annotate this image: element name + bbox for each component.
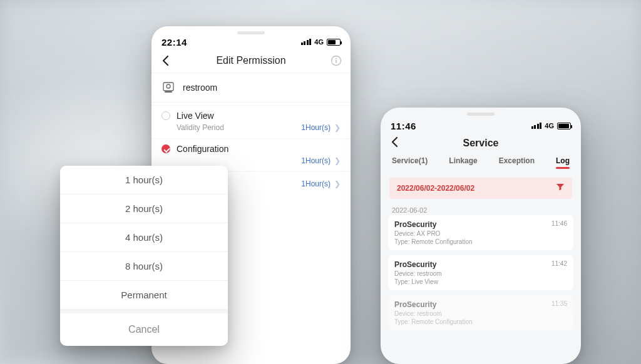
network-label: 4G — [314, 38, 324, 46]
svg-point-1 — [336, 58, 337, 59]
permission-title: Live View — [177, 111, 214, 121]
signal-icon — [301, 39, 312, 45]
validity-value-button[interactable]: 1Hour(s) ❯ — [301, 179, 341, 188]
device-row[interactable]: restroom — [151, 73, 351, 103]
page-title: Service — [463, 138, 499, 149]
log-type: Type: Remote Configuration — [394, 238, 567, 245]
log-item[interactable]: ProSecurity Device: restroom Type: Remot… — [388, 295, 573, 330]
info-icon[interactable] — [331, 55, 342, 66]
back-button[interactable] — [389, 136, 401, 148]
date-header: 2022-06-02 — [381, 204, 581, 215]
log-title: ProSecurity — [394, 220, 567, 229]
status-indicators: 4G — [301, 38, 341, 46]
log-time: 11:46 — [551, 220, 567, 227]
sheet-option-2h[interactable]: 2 hour(s) — [60, 195, 228, 223]
battery-icon — [327, 39, 341, 46]
date-range: 2022/06/02-2022/06/02 — [397, 184, 474, 193]
sheet-option-8h[interactable]: 8 hour(s) — [60, 252, 228, 281]
chevron-right-icon: ❯ — [334, 123, 341, 132]
status-time: 22:14 — [162, 37, 187, 48]
nav-bar: Service — [381, 135, 581, 154]
validity-label: Validity Period — [177, 123, 224, 132]
log-device: Device: restroom — [394, 270, 567, 277]
validity-value-button[interactable]: 1Hour(s) ❯ — [301, 156, 341, 165]
status-time: 11:46 — [391, 121, 416, 131]
chevron-right-icon: ❯ — [334, 179, 341, 188]
tab-linkage[interactable]: Linkage — [449, 156, 477, 169]
svg-rect-3 — [163, 83, 173, 91]
permission-live-view[interactable]: Live View Validity Period 1Hour(s) ❯ — [151, 105, 351, 138]
tab-exception[interactable]: Exception — [499, 156, 535, 169]
tab-service[interactable]: Service(1) — [392, 156, 428, 169]
date-filter-bar[interactable]: 2022/06/02-2022/06/02 — [389, 178, 572, 199]
status-bar: 11:46 4G — [381, 108, 581, 135]
log-device: Device: AX PRO — [394, 230, 567, 237]
log-device: Device: restroom — [394, 310, 567, 317]
radio-unchecked-icon[interactable] — [162, 111, 170, 120]
log-type: Type: Live View — [394, 278, 567, 285]
validity-value: 1Hour(s) — [301, 156, 331, 165]
chevron-right-icon: ❯ — [334, 156, 341, 165]
validity-value: 1Hour(s) — [301, 179, 331, 188]
camera-icon — [162, 81, 175, 94]
phone-service-log: 11:46 4G Service Service(1) Linkage Exce… — [381, 108, 581, 364]
log-title: ProSecurity — [394, 300, 567, 309]
log-list: ProSecurity Device: AX PRO Type: Remote … — [381, 215, 581, 330]
signal-icon — [531, 123, 542, 129]
device-name: restroom — [183, 83, 217, 93]
svg-rect-2 — [336, 60, 337, 63]
duration-action-sheet: 1 hour(s) 2 hour(s) 4 hour(s) 8 hour(s) … — [60, 166, 228, 346]
log-type: Type: Remote Configuration — [394, 318, 567, 325]
svg-point-4 — [167, 84, 170, 88]
nav-bar: Edit Permission — [151, 51, 351, 73]
log-time: 11:42 — [551, 260, 567, 267]
log-time: 11:35 — [551, 300, 567, 307]
permission-title: Configuration — [177, 144, 228, 154]
sheet-option-4h[interactable]: 4 hour(s) — [60, 223, 228, 252]
radio-checked-icon[interactable] — [162, 144, 170, 153]
notch — [440, 108, 521, 123]
status-bar: 22:14 4G — [151, 26, 351, 51]
log-title: ProSecurity — [394, 260, 567, 269]
tab-bar: Service(1) Linkage Exception Log — [381, 154, 581, 173]
network-label: 4G — [545, 122, 554, 129]
log-item[interactable]: ProSecurity Device: restroom Type: Live … — [388, 255, 573, 290]
svg-rect-5 — [165, 91, 172, 93]
tab-log[interactable]: Log — [556, 156, 570, 169]
validity-value-button[interactable]: 1Hour(s) ❯ — [301, 123, 341, 132]
sheet-cancel-button[interactable]: Cancel — [60, 310, 228, 346]
status-indicators: 4G — [531, 122, 571, 129]
sheet-option-1h[interactable]: 1 hour(s) — [60, 166, 228, 195]
page-title: Edit Permission — [216, 55, 285, 66]
filter-icon[interactable] — [556, 183, 565, 194]
validity-value: 1Hour(s) — [301, 123, 331, 132]
log-item[interactable]: ProSecurity Device: AX PRO Type: Remote … — [388, 215, 573, 250]
battery-icon — [557, 123, 571, 129]
back-button[interactable] — [160, 55, 172, 66]
notch — [213, 26, 289, 39]
sheet-option-permanent[interactable]: Permanent — [60, 281, 228, 310]
